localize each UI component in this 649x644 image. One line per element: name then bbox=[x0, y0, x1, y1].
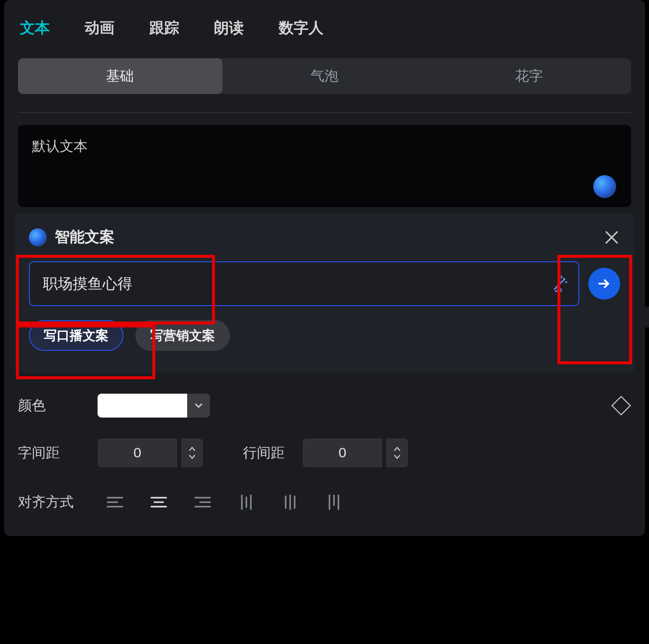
sub-tabs: 基础 气泡 花字 bbox=[18, 58, 631, 94]
chevron-up-icon bbox=[189, 446, 196, 451]
color-swatch[interactable] bbox=[98, 394, 187, 418]
align-right-icon bbox=[194, 495, 211, 509]
tab-animation[interactable]: 动画 bbox=[85, 18, 114, 38]
align-left-icon bbox=[107, 495, 123, 509]
ai-orb-icon[interactable] bbox=[593, 175, 616, 198]
divider bbox=[18, 112, 631, 113]
chip-marketing-copy[interactable]: 写营销文案 bbox=[135, 320, 230, 351]
svg-line-0 bbox=[554, 280, 563, 289]
ai-panel-title: 智能文案 bbox=[55, 227, 114, 247]
align-vertical-left-icon bbox=[239, 494, 254, 510]
align-right-button[interactable] bbox=[185, 488, 220, 516]
close-icon[interactable] bbox=[603, 229, 620, 246]
color-label: 颜色 bbox=[18, 396, 98, 415]
arrow-right-icon bbox=[597, 277, 611, 291]
ai-prompt-input[interactable] bbox=[43, 275, 543, 292]
color-dropdown[interactable] bbox=[187, 394, 210, 418]
alignment-row: 对齐方式 bbox=[18, 488, 631, 516]
magic-wand-icon[interactable] bbox=[551, 275, 568, 292]
edge-handle-icon bbox=[643, 307, 649, 327]
align-left-button[interactable] bbox=[98, 488, 132, 516]
tab-tracking[interactable]: 跟踪 bbox=[149, 18, 179, 38]
subtab-basic[interactable]: 基础 bbox=[18, 58, 222, 94]
ai-copy-panel: 智能文案 bbox=[15, 213, 634, 373]
tab-read-aloud[interactable]: 朗读 bbox=[214, 18, 244, 38]
default-text-box[interactable]: 默认文本 bbox=[18, 125, 631, 207]
top-tabs: 文本 动画 跟踪 朗读 数字人 bbox=[4, 0, 645, 54]
chip-broadcast-copy[interactable]: 写口播文案 bbox=[29, 320, 123, 351]
spacing-row: 字间距 0 行间距 0 bbox=[18, 438, 631, 467]
tab-text[interactable]: 文本 bbox=[20, 18, 50, 38]
align-vertical-right-button[interactable] bbox=[317, 488, 351, 516]
alignment-label: 对齐方式 bbox=[18, 493, 98, 512]
subtab-bubble[interactable]: 气泡 bbox=[222, 58, 427, 94]
chevron-down-icon bbox=[394, 454, 401, 459]
letter-spacing-stepper[interactable] bbox=[181, 438, 203, 467]
line-spacing-label: 行间距 bbox=[243, 443, 303, 462]
align-vertical-center-icon bbox=[283, 494, 298, 510]
tab-digital-human[interactable]: 数字人 bbox=[279, 18, 324, 38]
align-vertical-center-button[interactable] bbox=[273, 488, 308, 516]
submit-button[interactable] bbox=[588, 268, 620, 300]
ai-input-wrap bbox=[29, 261, 579, 306]
align-center-button[interactable] bbox=[141, 488, 176, 516]
line-spacing-input[interactable]: 0 bbox=[303, 438, 382, 467]
letter-spacing-label: 字间距 bbox=[18, 443, 98, 462]
line-spacing-stepper[interactable] bbox=[386, 438, 408, 467]
chevron-down-icon bbox=[189, 454, 196, 459]
color-row: 颜色 bbox=[18, 394, 631, 418]
keyframe-diamond-icon[interactable] bbox=[611, 396, 631, 416]
chevron-up-icon bbox=[394, 446, 401, 451]
letter-spacing-input[interactable]: 0 bbox=[98, 438, 177, 467]
subtab-styled[interactable]: 花字 bbox=[427, 58, 631, 94]
ai-orb-small-icon bbox=[29, 228, 47, 246]
align-center-icon bbox=[150, 495, 167, 509]
text-box-content: 默认文本 bbox=[32, 137, 617, 156]
chevron-down-icon bbox=[194, 401, 203, 410]
align-vertical-right-icon bbox=[326, 494, 341, 510]
align-vertical-left-button[interactable] bbox=[229, 488, 264, 516]
